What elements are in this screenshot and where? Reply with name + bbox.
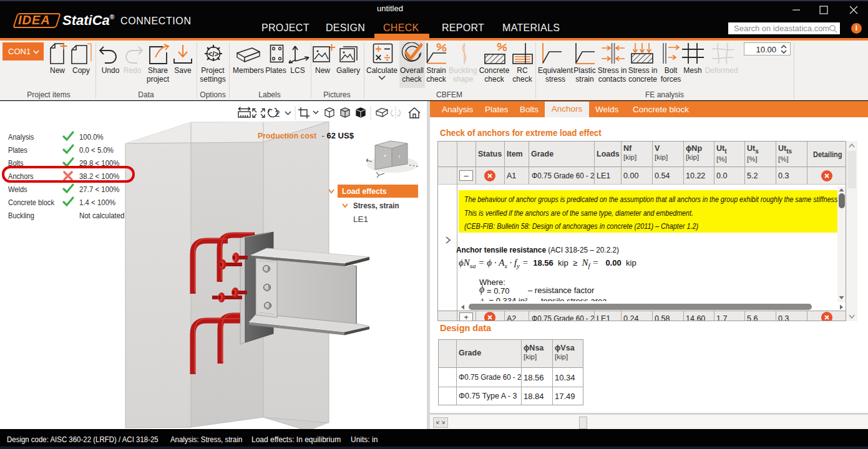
svg-text:</>: </>: [208, 50, 218, 59]
svg-text:2: 2: [275, 109, 280, 118]
